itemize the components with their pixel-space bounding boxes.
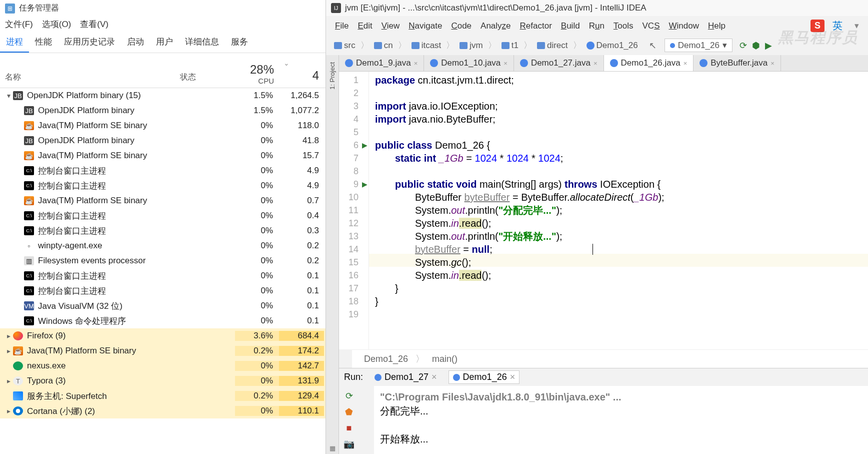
process-name: 控制台窗口主进程 [38, 270, 106, 282]
menu-view[interactable]: View [378, 20, 404, 32]
tab-startup[interactable]: 启动 [121, 32, 150, 53]
col-cpu[interactable]: 28% CPU [235, 63, 279, 88]
expand-icon[interactable]: ▸ [4, 407, 13, 415]
process-row[interactable]: JBOpenJDK Platform binary1.5%1,077.2 [0, 103, 326, 118]
structure-tool-button[interactable]: ▦ [328, 442, 338, 454]
menu-refactor[interactable]: Refactor [516, 20, 556, 32]
process-row[interactable]: C:\控制台窗口主进程0%0.4 [0, 208, 326, 223]
close-icon[interactable]: × [432, 372, 437, 382]
process-row[interactable]: ▫winpty-agent.exe0%0.2 [0, 238, 326, 253]
run-tab-demo27[interactable]: Demo1_27 × [370, 371, 441, 383]
breadcrumb-class[interactable]: Demo1_26 [584, 40, 641, 52]
tab-users[interactable]: 用户 [150, 32, 179, 53]
menu-help[interactable]: Help [704, 20, 730, 32]
chevron-down-icon[interactable]: ▾ [850, 20, 863, 32]
run-gutter-icon[interactable]: ▶ [362, 139, 368, 152]
menu-navigate[interactable]: Navigate [404, 20, 446, 32]
back-icon[interactable]: ↖ [649, 40, 656, 51]
process-row[interactable]: C:\控制台窗口主进程0%4.9 [0, 178, 326, 193]
process-row[interactable]: C:\控制台窗口主进程0%4.9 [0, 163, 326, 178]
ime-icon[interactable]: S [810, 20, 824, 32]
col-name[interactable]: 名称 [0, 72, 175, 88]
process-row[interactable]: ☕Java(TM) Platform SE binary0%0.7 [0, 193, 326, 208]
breadcrumb-t1[interactable]: t1 [498, 40, 522, 52]
menu-window[interactable]: Window [665, 20, 703, 32]
close-icon[interactable]: × [770, 60, 774, 67]
rerun-icon[interactable]: ⟳ [343, 390, 355, 402]
breadcrumb-src[interactable]: src [331, 40, 358, 52]
stop-button-icon[interactable]: ■ [343, 422, 355, 434]
process-row[interactable]: ▾JBOpenJDK Platform binary (15)1.5%1,264… [0, 88, 326, 103]
menu-file[interactable]: 文件(F) [5, 19, 33, 30]
close-icon[interactable]: × [510, 372, 516, 382]
run-button-icon[interactable]: ▶ [765, 40, 772, 51]
run-config-selector[interactable]: Demo1_26 ▾ [664, 39, 732, 52]
process-list[interactable]: ▾JBOpenJDK Platform binary (15)1.5%1,264… [0, 88, 326, 454]
code-editor[interactable]: package cn.itcast.jvm.t1.direct; import … [369, 72, 868, 349]
run-tab-demo26[interactable]: Demo1_26 × [448, 370, 520, 384]
expand-icon[interactable]: ▸ [4, 347, 13, 355]
run-icon[interactable]: ⟳ [740, 40, 747, 51]
editor-tab[interactable]: Demo1_10.java× [424, 55, 514, 71]
process-row[interactable]: C:\控制台窗口主进程0%0.1 [0, 283, 326, 298]
tab-details[interactable]: 详细信息 [179, 32, 225, 53]
breadcrumb-itcast[interactable]: itcast [408, 40, 444, 52]
menu-vcs[interactable]: VCS [638, 20, 664, 32]
debug-icon[interactable]: ⬢ [752, 40, 760, 51]
context-method[interactable]: main() [432, 354, 458, 364]
menu-edit[interactable]: Edit [354, 20, 376, 32]
process-row[interactable]: C:\Windows 命令处理程序0%0.1 [0, 313, 326, 328]
process-row[interactable]: ☕Java(TM) Platform SE binary0%15.7 [0, 148, 326, 163]
expand-icon[interactable]: ▸ [4, 332, 13, 340]
tab-services[interactable]: 服务 [225, 32, 254, 53]
menu-code[interactable]: Code [447, 20, 476, 32]
context-class[interactable]: Demo1_26 [364, 354, 408, 364]
close-icon[interactable]: × [684, 60, 688, 67]
col-status[interactable]: 状态 [175, 72, 235, 88]
close-icon[interactable]: × [414, 60, 418, 67]
process-row[interactable]: C:\控制台窗口主进程0%0.3 [0, 223, 326, 238]
editor-tab[interactable]: Demo1_27.java× [514, 55, 604, 71]
process-cpu: 0% [235, 361, 279, 371]
menu-view[interactable]: 查看(V) [80, 19, 108, 30]
editor-tab[interactable]: Demo1_26.java× [604, 55, 694, 71]
close-icon[interactable]: × [504, 60, 508, 67]
process-row[interactable]: ▸Firefox (9)3.6%684.4 [0, 328, 326, 343]
menu-options[interactable]: 选项(O) [42, 19, 72, 30]
editor-tab[interactable]: ByteBuffer.java× [694, 55, 781, 71]
menu-tools[interactable]: Tools [610, 20, 638, 32]
tab-performance[interactable]: 性能 [29, 32, 58, 53]
col-memory[interactable]: 4 [279, 69, 324, 88]
process-row[interactable]: ☕Java(TM) Platform SE binary0%118.0 [0, 118, 326, 133]
process-row[interactable]: ▸Cortana (小娜) (2)0%110.1 [0, 403, 326, 418]
editor-tab[interactable]: Demo1_9.java× [339, 55, 424, 71]
menu-build[interactable]: Build [557, 20, 584, 32]
menu-analyze[interactable]: Analyze [476, 20, 515, 32]
menu-run[interactable]: Run [585, 20, 608, 32]
process-row[interactable]: 服务主机: Superfetch0.2%129.4 [0, 388, 326, 403]
menu-file[interactable]: File [331, 20, 352, 32]
process-row[interactable]: JBOpenJDK Platform binary0%41.8 [0, 133, 326, 148]
stop-icon[interactable]: ⬟ [343, 406, 355, 418]
close-icon[interactable]: × [594, 60, 598, 67]
tab-app-history[interactable]: 应用历史记录 [58, 32, 121, 53]
process-mem: 4.9 [279, 166, 324, 176]
breadcrumb-direct[interactable]: direct [534, 40, 571, 52]
run-output[interactable]: "C:\Program Files\Java\jdk1.8.0_91\bin\j… [374, 386, 868, 454]
tab-label: Demo1_9.java [356, 58, 411, 68]
tab-processes[interactable]: 进程 [0, 32, 29, 53]
run-gutter-icon[interactable]: ▶ [362, 178, 368, 191]
process-row[interactable]: ▥Filesystem events processor0%0.2 [0, 253, 326, 268]
expand-icon[interactable]: ▾ [4, 92, 13, 100]
breadcrumb-jvm[interactable]: jvm [456, 40, 486, 52]
breadcrumb-cn[interactable]: cn [371, 40, 396, 52]
process-row[interactable]: ▸☕Java(TM) Platform SE binary0.2%174.2 [0, 343, 326, 358]
process-row[interactable]: nexus.exe0%142.7 [0, 358, 326, 373]
process-row[interactable]: VMJava VisualVM (32 位)0%0.1 [0, 298, 326, 313]
project-tool-button[interactable]: 1: Project [326, 60, 338, 92]
process-row[interactable]: C:\控制台窗口主进程0%0.1 [0, 268, 326, 283]
process-row[interactable]: ▸TTypora (3)0%131.9 [0, 373, 326, 388]
camera-icon[interactable]: 📷 [343, 438, 355, 450]
expand-icon[interactable]: ▸ [4, 377, 13, 385]
ime-lang[interactable]: 英 [828, 18, 846, 34]
